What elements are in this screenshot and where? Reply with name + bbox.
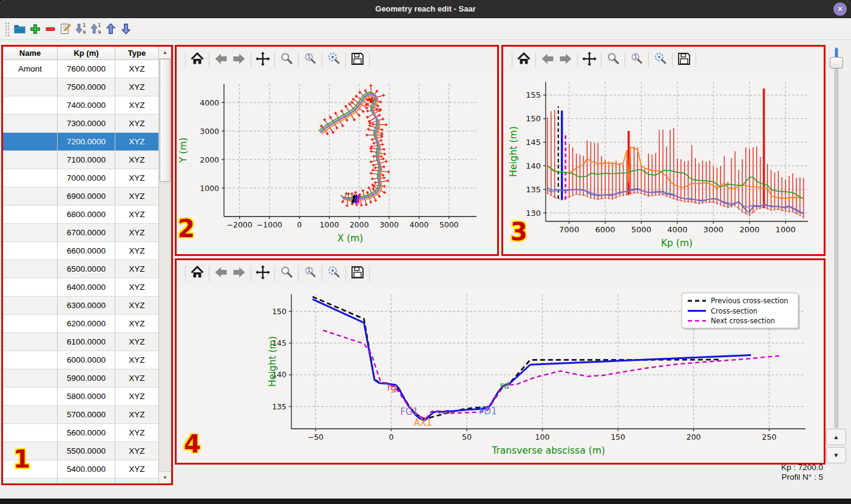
- scrollbar-down-icon[interactable]: ▼: [159, 471, 171, 483]
- move-up-button[interactable]: [103, 21, 118, 36]
- toolbar-separator: [185, 266, 186, 281]
- edit-button[interactable]: [58, 21, 73, 36]
- table-row[interactable]: 6100.0000XYZ: [3, 333, 171, 351]
- svg-text:200: 200: [687, 432, 701, 442]
- column-header-name[interactable]: Name: [3, 47, 58, 59]
- table-row[interactable]: 5600.0000XYZ: [3, 424, 171, 442]
- zoom-one-button[interactable]: 1: [628, 50, 646, 70]
- home-button[interactable]: [188, 50, 206, 70]
- longitudinal-plot-toolbar: 1: [503, 47, 824, 73]
- zoom-one-icon: 1: [629, 51, 645, 69]
- table-row[interactable]: Amont7600.0000XYZ: [3, 60, 171, 78]
- save-button[interactable]: [348, 264, 367, 283]
- profile-slider[interactable]: [829, 47, 844, 428]
- svg-text:1: 1: [307, 54, 311, 60]
- zoom-fit-button[interactable]: [325, 264, 343, 283]
- forward-button[interactable]: [230, 50, 248, 70]
- add-button[interactable]: [27, 21, 42, 36]
- zoom-button[interactable]: [604, 50, 622, 70]
- title-bar[interactable]: Geometry reach edit - Saar ✕: [0, 0, 851, 18]
- cross-section-plot[interactable]: −50050100150200250135140145150Transverse…: [177, 287, 824, 465]
- pan-button[interactable]: [254, 264, 272, 283]
- remove-button[interactable]: [42, 21, 58, 36]
- table-row[interactable]: 6500.0000XYZ: [3, 260, 171, 278]
- table-row[interactable]: 6200.0000XYZ: [3, 315, 171, 333]
- toolbar-separator: [251, 52, 251, 68]
- plan-view-plot[interactable]: −2000−1000010002000300040005000100020003…: [177, 73, 497, 256]
- longitudinal-profile-plot[interactable]: 7000600050004000300020001000130135140145…: [503, 73, 824, 256]
- table-row[interactable]: 5700.0000XYZ: [3, 406, 171, 424]
- table-row[interactable]: 7000.0000XYZ: [3, 169, 171, 187]
- table-row[interactable]: 6400.0000XYZ: [3, 278, 171, 297]
- table-partial-row: [3, 479, 171, 484]
- open-button[interactable]: [12, 21, 27, 36]
- window: Geometry reach edit - Saar ✕ 1919 Name K…: [0, 0, 851, 504]
- zoom-fit-icon: [326, 264, 342, 283]
- zoom-fit-button[interactable]: [325, 50, 343, 70]
- home-button[interactable]: [188, 264, 206, 283]
- table-row[interactable]: 7500.0000XYZ: [3, 78, 171, 96]
- sort-ascending-button[interactable]: 19: [88, 21, 103, 36]
- table-row[interactable]: 6000.0000XYZ: [3, 351, 171, 369]
- svg-text:Height (m): Height (m): [267, 336, 278, 386]
- table-row[interactable]: 6700.0000XYZ: [3, 224, 171, 242]
- close-button[interactable]: ✕: [833, 2, 847, 16]
- profile-slider-handle[interactable]: [830, 57, 843, 69]
- toolbar-grip-handle[interactable]: [5, 22, 10, 36]
- save-button[interactable]: [675, 50, 693, 70]
- minus-icon: [44, 23, 56, 35]
- save-button[interactable]: [348, 50, 367, 70]
- column-header-kp[interactable]: Kp (m): [58, 47, 115, 59]
- toolbar-separator: [601, 52, 602, 68]
- edit-icon: [59, 22, 72, 35]
- back-button[interactable]: [212, 264, 230, 283]
- table-row[interactable]: 6800.0000XYZ: [3, 206, 171, 224]
- scrollbar-up-icon[interactable]: ▲: [159, 47, 171, 59]
- zoom-one-button[interactable]: 1: [301, 264, 319, 283]
- svg-text:5000: 5000: [631, 225, 651, 234]
- scrollbar-thumb[interactable]: [160, 59, 171, 182]
- sort-desc-icon: 19: [74, 22, 87, 35]
- profile-slider-track[interactable]: [835, 47, 838, 428]
- save-icon: [350, 51, 365, 69]
- sort-descending-button[interactable]: 19: [73, 21, 88, 36]
- series-axis-line: [548, 189, 804, 213]
- table-row[interactable]: 6900.0000XYZ: [3, 187, 171, 206]
- zoom-fit-button[interactable]: [651, 50, 670, 70]
- table-row[interactable]: 6600.0000XYZ: [3, 242, 171, 260]
- toolbar-separator: [369, 52, 370, 68]
- toolbar-separator: [672, 52, 673, 68]
- table-row[interactable]: 7400.0000XYZ: [3, 96, 171, 115]
- svg-text:250: 250: [762, 432, 776, 442]
- zoom-button[interactable]: [277, 264, 296, 283]
- svg-text:155: 155: [526, 90, 541, 99]
- svg-text:AX1: AX1: [414, 417, 432, 428]
- forward-icon: [231, 51, 247, 69]
- zoom-icon: [605, 51, 621, 69]
- forward-button[interactable]: [230, 264, 248, 283]
- back-button[interactable]: [212, 50, 230, 70]
- table-scrollbar[interactable]: ▲ ▼: [158, 47, 171, 483]
- svg-text:4000: 4000: [667, 225, 687, 234]
- svg-text:9: 9: [98, 30, 101, 35]
- table-row[interactable]: 5900.0000XYZ: [3, 369, 171, 388]
- zoom-button[interactable]: [277, 50, 296, 70]
- table-row[interactable]: 5800.0000XYZ: [3, 388, 171, 406]
- pan-button[interactable]: [254, 50, 272, 70]
- column-header-type[interactable]: Type: [115, 47, 159, 59]
- zoom-one-button[interactable]: 1: [301, 50, 319, 70]
- move-down-button[interactable]: [118, 21, 134, 36]
- forward-button[interactable]: [557, 50, 575, 70]
- table-row[interactable]: 7100.0000XYZ: [3, 151, 171, 169]
- back-button[interactable]: [538, 50, 557, 70]
- table-row[interactable]: 7300.0000XYZ: [3, 115, 171, 133]
- plan-view-panel: 1 −2000−10000100020003000400050001000200…: [175, 45, 499, 256]
- table-row[interactable]: 7200.0000XYZ: [3, 133, 171, 151]
- toolbar-separator: [298, 52, 299, 68]
- profile-down-button[interactable]: ▼: [826, 447, 846, 463]
- home-button[interactable]: [515, 50, 533, 70]
- profile-up-button[interactable]: ▲: [826, 429, 846, 445]
- table-row[interactable]: 6300.0000XYZ: [3, 297, 171, 315]
- toolbar-separator: [696, 52, 696, 68]
- pan-button[interactable]: [580, 50, 598, 70]
